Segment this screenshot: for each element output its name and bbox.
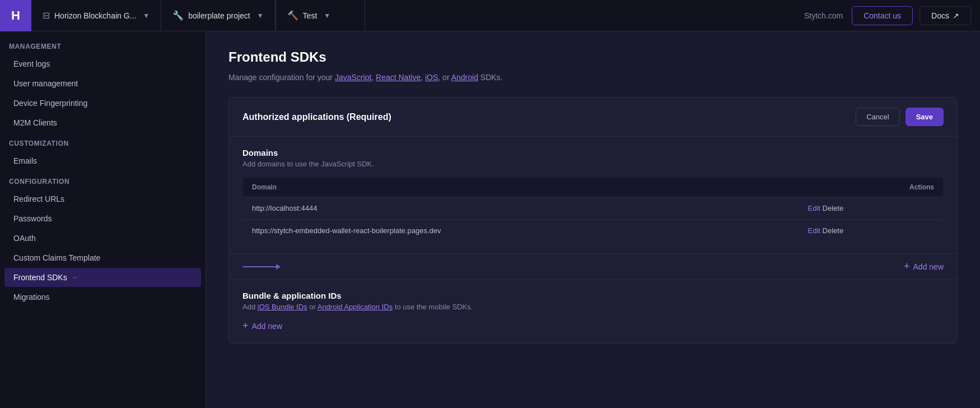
add-new-bundle-button[interactable]: + Add new: [242, 320, 282, 332]
sidebar-item-label: Redirect URLs: [13, 194, 64, 203]
customization-section-title: Customization: [0, 133, 206, 151]
authorized-apps-card: Authorized applications (Required) Cance…: [228, 97, 958, 344]
sidebar-item-label: Passwords: [13, 214, 52, 223]
bundle-add-new-label: Add new: [252, 322, 282, 331]
save-button[interactable]: Save: [906, 108, 944, 126]
add-new-label: Add new: [913, 262, 944, 271]
env-name: Test: [303, 11, 318, 20]
topbar: H ⊟ Horizon Blockchain G... ▼ 🔧 boilerpl…: [0, 0, 980, 31]
sidebar-item-label: Frontend SDKs: [13, 273, 67, 282]
page-title: Frontend SDKs: [228, 49, 958, 65]
sidebar-item-label: Emails: [13, 156, 37, 165]
sidebar-item-custom-claims-template[interactable]: Custom Claims Template: [4, 248, 201, 267]
edit-domain-0-button[interactable]: Edit: [808, 204, 820, 212]
delete-domain-0-button[interactable]: Delete: [823, 204, 844, 212]
sidebar-item-frontend-sdks[interactable]: Frontend SDKs ←: [4, 268, 201, 287]
active-arrow-icon: ←: [72, 273, 80, 282]
docs-button[interactable]: Docs ↗: [920, 6, 971, 25]
domains-desc: Add domains to use the JavaScript SDK.: [242, 160, 944, 168]
org-switcher[interactable]: ⊟ Horizon Blockchain G... ▼: [31, 0, 161, 31]
bundle-title: Bundle & application IDs: [242, 291, 944, 300]
sidebar-item-oauth[interactable]: OAuth: [4, 229, 201, 248]
org-chevron-icon: ▼: [143, 12, 150, 20]
sidebar-item-label: M2M Clients: [13, 118, 57, 127]
table-row: http://localhost:4444 Edit Delete: [243, 197, 944, 220]
bundle-desc: Add iOS Bundle IDs or Android Applicatio…: [242, 303, 944, 311]
main-content: Frontend SDKs Manage configuration for y…: [206, 31, 980, 408]
project-name: boilerplate project: [188, 11, 250, 20]
sidebar-item-m2m-clients[interactable]: M2M Clients: [4, 113, 201, 132]
delete-domain-1-button[interactable]: Delete: [823, 226, 844, 235]
stytch-link[interactable]: Stytch.com: [804, 11, 843, 20]
card-title: Authorized applications (Required): [242, 112, 391, 122]
page-desc-suffix: SDKs.: [480, 73, 503, 82]
edit-domain-1-button[interactable]: Edit: [808, 226, 820, 235]
domain-column-header: Domain: [243, 178, 799, 197]
sidebar-item-label: Custom Claims Template: [13, 253, 100, 262]
contact-us-button[interactable]: Contact us: [852, 6, 913, 25]
react-native-link[interactable]: React Native: [376, 73, 421, 82]
domains-title: Domains: [242, 148, 944, 157]
ios-link[interactable]: iOS: [425, 73, 438, 82]
arrow-indicator: [242, 264, 281, 270]
android-app-ids-link[interactable]: Android Application IDs: [318, 303, 393, 311]
docs-label: Docs: [931, 11, 949, 20]
sidebar-item-passwords[interactable]: Passwords: [4, 209, 201, 228]
domain-url-1: https://stytch-embedded-wallet-react-boi…: [243, 220, 799, 242]
building-icon: ⊟: [43, 10, 50, 21]
configuration-section-title: Configuration: [0, 171, 206, 189]
plus-icon: +: [904, 261, 910, 272]
arrow-head-icon: [276, 264, 281, 270]
sidebar: Management Event logs User management De…: [0, 31, 206, 408]
sidebar-item-emails[interactable]: Emails: [4, 151, 201, 170]
sidebar-item-event-logs[interactable]: Event logs: [4, 54, 201, 73]
sidebar-item-label: User management: [13, 79, 78, 88]
bundle-desc-or: or: [309, 303, 317, 311]
sidebar-item-label: Event logs: [13, 59, 50, 68]
android-link[interactable]: Android: [451, 73, 478, 82]
env-chevron-icon: ▼: [324, 12, 330, 20]
sidebar-item-label: Migrations: [13, 293, 50, 302]
cancel-button[interactable]: Cancel: [856, 108, 899, 126]
domains-table: Domain Actions http://localhost:4444 Edi…: [242, 177, 944, 242]
table-row: https://stytch-embedded-wallet-react-boi…: [243, 220, 944, 242]
sidebar-item-label: Device Fingerprinting: [13, 99, 87, 108]
sidebar-item-migrations[interactable]: Migrations: [4, 288, 201, 307]
sidebar-item-label: OAuth: [13, 234, 36, 243]
card-actions: Cancel Save: [856, 108, 944, 126]
bundle-section: Bundle & application IDs Add iOS Bundle …: [229, 279, 957, 343]
card-header: Authorized applications (Required) Cance…: [229, 98, 957, 137]
bundle-desc-prefix: Add: [242, 303, 258, 311]
add-new-domain-row: + Add new: [229, 253, 957, 279]
org-name: Horizon Blockchain G...: [54, 11, 136, 20]
sidebar-item-redirect-urls[interactable]: Redirect URLs: [4, 189, 201, 208]
domain-url-0: http://localhost:4444: [243, 197, 799, 220]
management-section-title: Management: [0, 36, 206, 54]
arrow-line: [242, 266, 276, 267]
sidebar-item-device-fingerprinting[interactable]: Device Fingerprinting: [4, 94, 201, 113]
javascript-link[interactable]: JavaScript: [335, 73, 371, 82]
env-switcher[interactable]: 🔨 Test ▼: [276, 0, 365, 31]
page-desc-prefix: Manage configuration for your: [228, 73, 335, 82]
plus-icon-bundle: +: [242, 320, 249, 332]
external-link-icon: ↗: [953, 11, 959, 20]
add-new-domain-button[interactable]: + Add new: [904, 261, 944, 272]
project-chevron-icon: ▼: [257, 12, 264, 20]
actions-column-header: Actions: [799, 178, 944, 197]
org-logo: H: [0, 0, 31, 31]
domains-section: Domains Add domains to use the JavaScrip…: [229, 137, 957, 253]
page-description: Manage configuration for your JavaScript…: [228, 72, 958, 84]
project-switcher[interactable]: 🔧 boilerplate project ▼: [161, 0, 275, 31]
sidebar-item-user-management[interactable]: User management: [4, 74, 201, 93]
bundle-desc-suffix: to use the mobile SDKs.: [395, 303, 473, 311]
wrench-icon: 🔨: [287, 10, 298, 21]
project-icon: 🔧: [172, 10, 184, 21]
ios-bundle-ids-link[interactable]: iOS Bundle IDs: [258, 303, 307, 311]
